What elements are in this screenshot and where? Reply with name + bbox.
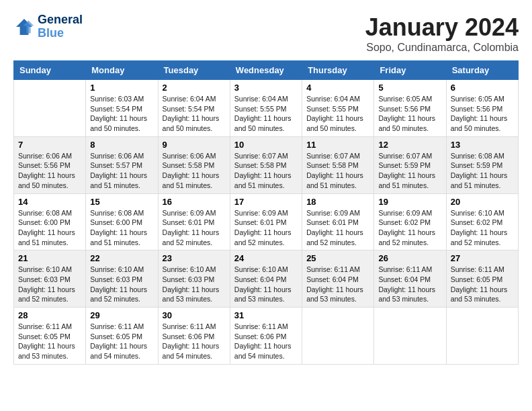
calendar-day: 4Sunrise: 6:04 AMSunset: 5:55 PMDaylight… xyxy=(302,80,374,137)
logo-line2: Blue xyxy=(38,27,83,40)
day-number: 12 xyxy=(378,140,441,150)
day-info: Sunrise: 6:09 AMSunset: 6:02 PMDaylight:… xyxy=(378,208,441,248)
day-number: 8 xyxy=(90,140,153,150)
day-info: Sunrise: 6:09 AMSunset: 6:01 PMDaylight:… xyxy=(234,208,298,248)
calendar-day: 19Sunrise: 6:09 AMSunset: 6:02 PMDayligh… xyxy=(374,193,446,250)
empty-day xyxy=(374,308,446,365)
calendar-day: 5Sunrise: 6:05 AMSunset: 5:56 PMDaylight… xyxy=(374,80,446,137)
day-number: 11 xyxy=(306,140,369,150)
calendar-day: 14Sunrise: 6:08 AMSunset: 6:00 PMDayligh… xyxy=(14,193,86,250)
calendar-day: 16Sunrise: 6:09 AMSunset: 6:01 PMDayligh… xyxy=(158,193,230,250)
day-number: 6 xyxy=(451,83,514,93)
day-info: Sunrise: 6:08 AMSunset: 6:00 PMDaylight:… xyxy=(90,208,153,248)
day-info: Sunrise: 6:04 AMSunset: 5:55 PMDaylight:… xyxy=(234,94,298,134)
day-info: Sunrise: 6:07 AMSunset: 5:58 PMDaylight:… xyxy=(234,151,298,191)
calendar-day: 7Sunrise: 6:06 AMSunset: 5:56 PMDaylight… xyxy=(14,136,86,193)
header-row: SundayMondayTuesdayWednesdayThursdayFrid… xyxy=(14,61,519,80)
day-number: 18 xyxy=(306,197,369,207)
day-number: 27 xyxy=(451,253,514,263)
empty-day xyxy=(302,308,374,365)
day-info: Sunrise: 6:06 AMSunset: 5:57 PMDaylight:… xyxy=(90,151,153,191)
calendar-day: 3Sunrise: 6:04 AMSunset: 5:55 PMDaylight… xyxy=(230,80,302,137)
calendar-day: 31Sunrise: 6:11 AMSunset: 6:06 PMDayligh… xyxy=(230,308,302,365)
day-number: 15 xyxy=(90,197,153,207)
calendar-body: 1Sunrise: 6:03 AMSunset: 5:54 PMDaylight… xyxy=(14,80,519,365)
logo-line1: General xyxy=(38,13,83,27)
day-number: 1 xyxy=(90,83,153,93)
day-number: 13 xyxy=(451,140,514,150)
day-info: Sunrise: 6:05 AMSunset: 5:56 PMDaylight:… xyxy=(378,94,441,134)
header-day: Saturday xyxy=(446,61,518,80)
day-number: 17 xyxy=(234,197,298,207)
calendar-week: 1Sunrise: 6:03 AMSunset: 5:54 PMDaylight… xyxy=(14,80,519,137)
day-number: 31 xyxy=(234,310,298,320)
day-number: 5 xyxy=(378,83,441,93)
calendar-day: 26Sunrise: 6:11 AMSunset: 6:04 PMDayligh… xyxy=(374,250,446,308)
header-day: Sunday xyxy=(14,61,86,80)
day-info: Sunrise: 6:08 AMSunset: 6:00 PMDaylight:… xyxy=(18,208,81,248)
calendar-week: 14Sunrise: 6:08 AMSunset: 6:00 PMDayligh… xyxy=(14,193,519,250)
day-info: Sunrise: 6:11 AMSunset: 6:04 PMDaylight:… xyxy=(378,265,441,304)
day-number: 22 xyxy=(90,253,153,263)
empty-day xyxy=(446,308,518,365)
calendar-day: 15Sunrise: 6:08 AMSunset: 6:00 PMDayligh… xyxy=(86,193,158,250)
calendar-day: 11Sunrise: 6:07 AMSunset: 5:58 PMDayligh… xyxy=(302,136,374,193)
day-info: Sunrise: 6:11 AMSunset: 6:06 PMDaylight:… xyxy=(234,322,298,361)
calendar-week: 7Sunrise: 6:06 AMSunset: 5:56 PMDaylight… xyxy=(14,136,519,193)
header-day: Wednesday xyxy=(230,61,302,80)
calendar-day: 28Sunrise: 6:11 AMSunset: 6:05 PMDayligh… xyxy=(14,308,86,365)
calendar-day: 17Sunrise: 6:09 AMSunset: 6:01 PMDayligh… xyxy=(230,193,302,250)
day-number: 26 xyxy=(378,253,441,263)
page-title: January 2024 xyxy=(365,13,519,42)
day-number: 24 xyxy=(234,253,298,263)
calendar-day: 10Sunrise: 6:07 AMSunset: 5:58 PMDayligh… xyxy=(230,136,302,193)
day-info: Sunrise: 6:06 AMSunset: 5:56 PMDaylight:… xyxy=(18,151,81,191)
day-info: Sunrise: 6:11 AMSunset: 6:06 PMDaylight:… xyxy=(163,322,226,361)
empty-day xyxy=(14,80,86,137)
logo-text: General Blue xyxy=(38,13,83,40)
day-number: 20 xyxy=(451,197,514,207)
day-info: Sunrise: 6:11 AMSunset: 6:05 PMDaylight:… xyxy=(90,322,153,361)
calendar-day: 12Sunrise: 6:07 AMSunset: 5:59 PMDayligh… xyxy=(374,136,446,193)
day-number: 14 xyxy=(18,197,81,207)
day-number: 4 xyxy=(306,83,369,93)
day-info: Sunrise: 6:11 AMSunset: 6:05 PMDaylight:… xyxy=(18,322,81,361)
calendar-day: 18Sunrise: 6:09 AMSunset: 6:01 PMDayligh… xyxy=(302,193,374,250)
day-number: 2 xyxy=(163,83,226,93)
header-day: Monday xyxy=(86,61,158,80)
calendar-day: 25Sunrise: 6:11 AMSunset: 6:04 PMDayligh… xyxy=(302,250,374,308)
calendar-week: 28Sunrise: 6:11 AMSunset: 6:05 PMDayligh… xyxy=(14,308,519,365)
logo: General Blue xyxy=(13,13,83,40)
calendar-day: 30Sunrise: 6:11 AMSunset: 6:06 PMDayligh… xyxy=(158,308,230,365)
day-info: Sunrise: 6:10 AMSunset: 6:02 PMDaylight:… xyxy=(451,208,514,248)
day-number: 3 xyxy=(234,83,298,93)
day-info: Sunrise: 6:05 AMSunset: 5:56 PMDaylight:… xyxy=(451,94,514,134)
day-info: Sunrise: 6:11 AMSunset: 6:04 PMDaylight:… xyxy=(306,265,369,304)
calendar-header: SundayMondayTuesdayWednesdayThursdayFrid… xyxy=(14,61,519,80)
day-number: 7 xyxy=(18,140,81,150)
calendar-day: 9Sunrise: 6:06 AMSunset: 5:58 PMDaylight… xyxy=(158,136,230,193)
day-info: Sunrise: 6:11 AMSunset: 6:05 PMDaylight:… xyxy=(451,265,514,304)
day-info: Sunrise: 6:09 AMSunset: 6:01 PMDaylight:… xyxy=(306,208,369,248)
calendar-day: 24Sunrise: 6:10 AMSunset: 6:04 PMDayligh… xyxy=(230,250,302,308)
day-info: Sunrise: 6:07 AMSunset: 5:59 PMDaylight:… xyxy=(378,151,441,191)
day-info: Sunrise: 6:03 AMSunset: 5:54 PMDaylight:… xyxy=(90,94,153,134)
day-info: Sunrise: 6:07 AMSunset: 5:58 PMDaylight:… xyxy=(306,151,369,191)
day-info: Sunrise: 6:04 AMSunset: 5:55 PMDaylight:… xyxy=(306,94,369,134)
header-day: Friday xyxy=(374,61,446,80)
day-number: 23 xyxy=(163,253,226,263)
day-info: Sunrise: 6:06 AMSunset: 5:58 PMDaylight:… xyxy=(163,151,226,191)
day-number: 25 xyxy=(306,253,369,263)
day-info: Sunrise: 6:10 AMSunset: 6:03 PMDaylight:… xyxy=(163,265,226,304)
calendar-day: 29Sunrise: 6:11 AMSunset: 6:05 PMDayligh… xyxy=(86,308,158,365)
calendar-day: 2Sunrise: 6:04 AMSunset: 5:54 PMDaylight… xyxy=(158,80,230,137)
calendar-day: 20Sunrise: 6:10 AMSunset: 6:02 PMDayligh… xyxy=(446,193,518,250)
calendar-day: 27Sunrise: 6:11 AMSunset: 6:05 PMDayligh… xyxy=(446,250,518,308)
day-info: Sunrise: 6:09 AMSunset: 6:01 PMDaylight:… xyxy=(163,208,226,248)
calendar-day: 13Sunrise: 6:08 AMSunset: 5:59 PMDayligh… xyxy=(446,136,518,193)
calendar-table: SundayMondayTuesdayWednesdayThursdayFrid… xyxy=(13,60,519,365)
day-info: Sunrise: 6:08 AMSunset: 5:59 PMDaylight:… xyxy=(451,151,514,191)
day-info: Sunrise: 6:04 AMSunset: 5:54 PMDaylight:… xyxy=(163,94,226,134)
calendar-week: 21Sunrise: 6:10 AMSunset: 6:03 PMDayligh… xyxy=(14,250,519,308)
day-number: 19 xyxy=(378,197,441,207)
